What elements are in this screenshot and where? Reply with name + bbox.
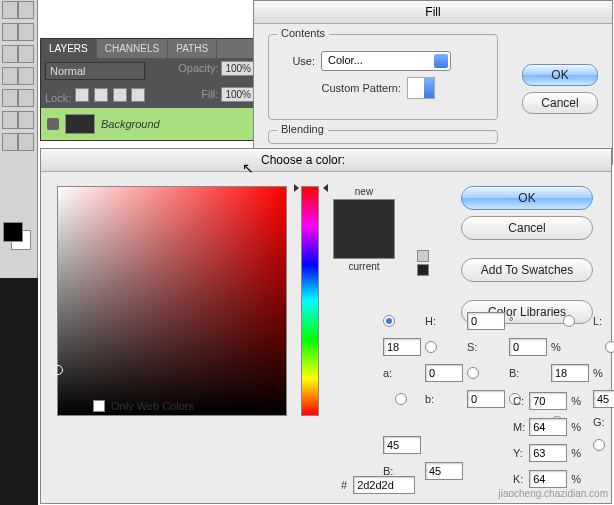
- footer-watermark: jiaocheng.chazidian.com: [498, 488, 608, 499]
- hand-tool-icon[interactable]: [18, 133, 34, 151]
- color-preview: [333, 199, 395, 259]
- lasso-tool-icon[interactable]: [2, 23, 18, 41]
- toolbar: [2, 0, 36, 154]
- unit-pct-m: %: [571, 421, 585, 433]
- marquee-tool-icon[interactable]: [18, 1, 34, 19]
- lock-transparent-icon[interactable]: [75, 88, 89, 102]
- unit-pct-k: %: [571, 473, 585, 485]
- use-select[interactable]: Color...: [321, 51, 451, 71]
- unit-pct-s: %: [551, 341, 565, 353]
- lock-label: Lock:: [45, 92, 71, 104]
- foreground-swatch[interactable]: [3, 222, 23, 242]
- only-web-colors-checkbox[interactable]: [93, 400, 105, 412]
- eyedropper-tool-icon[interactable]: [18, 45, 34, 63]
- new-label: new: [355, 186, 373, 197]
- color-cancel-button[interactable]: Cancel: [461, 216, 593, 240]
- radio-b-lab[interactable]: [395, 393, 407, 405]
- opacity-label: Opacity:: [178, 62, 218, 74]
- input-l[interactable]: [383, 338, 421, 356]
- color-field[interactable]: [57, 186, 287, 416]
- input-b-lab[interactable]: [467, 390, 505, 408]
- input-a[interactable]: [425, 364, 463, 382]
- label-s: S:: [467, 341, 505, 353]
- fill-cancel-button[interactable]: Cancel: [522, 92, 598, 114]
- pattern-select[interactable]: [407, 77, 435, 99]
- label-c: C:: [513, 395, 525, 407]
- radio-s[interactable]: [425, 341, 437, 353]
- input-m[interactable]: [529, 418, 567, 436]
- label-k: K:: [513, 473, 525, 485]
- radio-h[interactable]: [383, 315, 395, 327]
- add-to-swatches-button[interactable]: Add To Swatches: [461, 258, 593, 282]
- current-label: current: [348, 261, 379, 272]
- unit-pct-b: %: [593, 367, 607, 379]
- fill-ok-button[interactable]: OK: [522, 64, 598, 86]
- hex-input[interactable]: [353, 476, 415, 494]
- lock-all-icon[interactable]: [131, 88, 145, 102]
- pen-tool-icon[interactable]: [18, 111, 34, 129]
- custom-pattern-label: Custom Pattern:: [281, 82, 401, 94]
- tab-channels[interactable]: CHANNELS: [97, 39, 168, 58]
- lock-position-icon[interactable]: [113, 88, 127, 102]
- color-field-cursor: [53, 365, 63, 375]
- stamp-tool-icon[interactable]: [2, 89, 18, 107]
- wand-tool-icon[interactable]: [18, 23, 34, 41]
- gamut-warning-icon[interactable]: [417, 250, 429, 262]
- label-b-lab: b:: [425, 393, 463, 405]
- hue-slider[interactable]: [301, 186, 319, 416]
- layers-panel: LAYERS CHANNELS PATHS Normal Opacity: 10…: [40, 38, 260, 141]
- new-color-swatch: [334, 200, 394, 229]
- label-b-hsb: B:: [509, 367, 547, 379]
- input-h[interactable]: [467, 312, 505, 330]
- type-tool-icon[interactable]: [2, 111, 18, 129]
- contents-label: Contents: [277, 27, 329, 39]
- blending-label: Blending: [277, 123, 328, 135]
- hue-slider-handle[interactable]: [296, 184, 326, 192]
- input-b-hsb[interactable]: [551, 364, 589, 382]
- radio-a[interactable]: [605, 341, 614, 353]
- unit-deg: °: [509, 315, 523, 327]
- lock-pixels-icon[interactable]: [94, 88, 108, 102]
- label-y: Y:: [513, 447, 525, 459]
- crop-tool-icon[interactable]: [2, 45, 18, 63]
- radio-b-rgb[interactable]: [593, 439, 605, 451]
- tab-layers[interactable]: LAYERS: [41, 39, 97, 58]
- label-g: G:: [593, 416, 614, 428]
- label-h: H:: [425, 315, 463, 327]
- input-b-rgb[interactable]: [425, 462, 463, 480]
- move-tool-icon[interactable]: [2, 1, 18, 19]
- input-s[interactable]: [509, 338, 547, 356]
- opacity-value[interactable]: 100%: [221, 61, 255, 76]
- brush-tool-icon[interactable]: [18, 67, 34, 85]
- tab-paths[interactable]: PATHS: [168, 39, 217, 58]
- layer-thumbnail[interactable]: [65, 114, 95, 134]
- input-c[interactable]: [529, 392, 567, 410]
- layer-item[interactable]: Background: [41, 108, 259, 140]
- visibility-icon[interactable]: [47, 118, 59, 130]
- history-tool-icon[interactable]: [18, 89, 34, 107]
- input-r[interactable]: [593, 390, 614, 408]
- fill-label: Fill:: [201, 88, 218, 100]
- unit-pct-y: %: [571, 447, 585, 459]
- input-y[interactable]: [529, 444, 567, 462]
- input-g[interactable]: [383, 436, 421, 454]
- color-dialog-title: Choose a color:: [41, 149, 611, 172]
- current-color-swatch[interactable]: [334, 229, 394, 258]
- color-picker-dialog: Choose a color: new current OK Cancel Ad…: [40, 148, 612, 504]
- blend-mode-select[interactable]: Normal: [45, 62, 145, 80]
- fill-dialog: Fill Contents Use: Color... Custom Patte…: [253, 0, 613, 165]
- radio-l[interactable]: [563, 315, 575, 327]
- heal-tool-icon[interactable]: [2, 67, 18, 85]
- fill-value[interactable]: 100%: [221, 87, 255, 102]
- shape-tool-icon[interactable]: [2, 133, 18, 151]
- label-m: M:: [513, 421, 525, 433]
- label-l: L:: [593, 315, 614, 327]
- input-k[interactable]: [529, 470, 567, 488]
- fill-dialog-title: Fill: [254, 1, 612, 24]
- layer-name[interactable]: Background: [101, 118, 160, 130]
- gamut-swatch[interactable]: [417, 264, 429, 276]
- color-ok-button[interactable]: OK: [461, 186, 593, 210]
- only-web-colors-label: Only Web Colors: [111, 400, 194, 412]
- unit-pct-c: %: [571, 395, 585, 407]
- radio-b-hsb[interactable]: [467, 367, 479, 379]
